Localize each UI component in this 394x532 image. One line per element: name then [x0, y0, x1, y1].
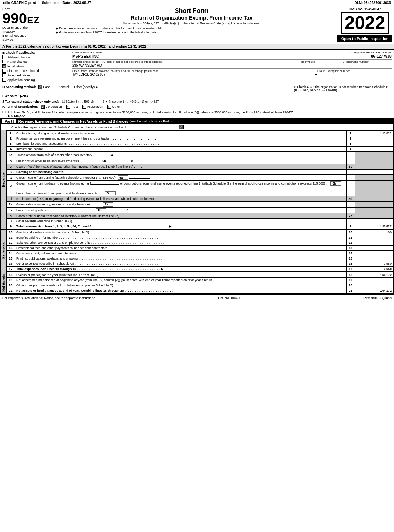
initial-return-item: ✓ Initial return	[2, 64, 68, 68]
row-amount	[355, 235, 393, 240]
open-to-public: Open to Public Inspection	[337, 35, 392, 42]
row-num: 6	[7, 170, 15, 175]
insert-no-field[interactable]	[95, 103, 102, 103]
dln-number: DLN: 93492270013633	[351, 0, 394, 6]
row-amount	[355, 196, 393, 202]
table-row: 12 Salaries, other compensation, and emp…	[7, 240, 393, 246]
row-line: 4	[347, 147, 355, 152]
section-g: G Accounting Method: ✓ Cash Accrual Othe…	[2, 85, 294, 92]
row-num: c	[7, 190, 15, 196]
j-label: J Tax-exempt status (check only one):	[2, 100, 59, 103]
assoc-checkbox[interactable]: ○	[82, 105, 86, 109]
row-amount	[355, 240, 393, 246]
return-title: Return of Organization Exempt From Incom…	[49, 15, 334, 21]
row-line: 9	[347, 224, 355, 229]
row-line: 8	[347, 219, 355, 224]
check-line-dots: . . . . . . . . . . . . . . . . . . . . …	[126, 126, 178, 129]
expenses-table: 10 Grants and similar amounts paid (list…	[6, 230, 393, 272]
website-label: I Website: ▶N/A	[2, 94, 29, 98]
trust-label: Trust	[71, 105, 78, 108]
name-change-checkbox[interactable]	[2, 60, 6, 63]
other-specify-field[interactable]	[100, 88, 156, 88]
initial-return-checkbox[interactable]: ✓	[2, 64, 6, 68]
name-change-item: Name change	[2, 60, 68, 63]
row-amount	[355, 283, 393, 288]
row-amount: 144,172	[355, 272, 393, 278]
table-row: 10 Grants and similar amounts paid (list…	[7, 230, 393, 235]
final-return-checkbox[interactable]	[2, 69, 6, 73]
address-change-checkbox[interactable]	[2, 55, 6, 59]
row-line: 10	[347, 230, 355, 235]
row-desc: Program service revenue including govern…	[15, 136, 347, 141]
ein-block: D Employer identification number 86-1277…	[315, 51, 392, 58]
row-amount: 2,650	[355, 267, 393, 272]
row-desc: Total expenses. Add lines 10 through 16 …	[15, 267, 347, 272]
row-desc: Gross amount from sale of assets other t…	[15, 152, 346, 158]
paperwork-notice: For Paperwork Reduction Act Notice, see …	[2, 296, 96, 300]
row-amount	[355, 246, 393, 251]
form-990ez: efile GRAPHIC print Submission Date - 20…	[0, 0, 394, 301]
table-row: a Gross income from gaming (attach Sched…	[7, 175, 393, 181]
k-label: K Form of organization:	[2, 105, 38, 108]
corp-option: ✓ Corporation	[41, 105, 63, 108]
table-row: b Gross income from fundraising events (…	[7, 181, 393, 190]
row-amount	[355, 190, 393, 196]
row-num: 20	[7, 283, 15, 288]
table-row: 5a Gross amount from sale of assets othe…	[7, 152, 393, 158]
row-line	[347, 208, 355, 213]
row-line: 17	[347, 267, 355, 272]
amended-return-checkbox[interactable]	[2, 73, 6, 77]
accrual-checkbox[interactable]	[54, 85, 58, 89]
form-title-block: Short Form Return of Organization Exempt…	[47, 6, 336, 44]
row-desc: Grants and similar amounts paid (list in…	[15, 230, 347, 235]
row-desc: Professional fees and other payments to …	[15, 246, 347, 251]
org-name-label: C Name of organization	[72, 51, 315, 54]
table-row: 15 Printing, publications, postage, and …	[7, 256, 393, 261]
trust-checkbox[interactable]: ○	[66, 105, 70, 109]
table-row: 21 Net assets or fund balances at end of…	[7, 288, 393, 293]
table-row: d Net income or (loss) from gaming and f…	[7, 196, 393, 202]
part-i-see: (see the instructions for Part I)	[129, 120, 172, 123]
row-line: 2	[347, 136, 355, 141]
row-amount: 100	[355, 230, 393, 235]
row-line	[347, 181, 355, 190]
l-amount: 146,822	[14, 114, 25, 118]
row-line	[347, 158, 355, 164]
assoc-label: Association	[87, 105, 103, 108]
section-k: K Form of organization: ✓ Corporation ○ …	[0, 104, 394, 110]
row-desc: Less: direct expenses from gaming and fu…	[15, 190, 347, 196]
row-desc: Membership dues and assessments . . . . …	[15, 141, 347, 147]
omb-number: OMB No. 1545-0047	[337, 7, 392, 11]
form-label-footer: Form 990-EZ (2022)	[363, 296, 392, 300]
row-num: 2	[7, 136, 15, 141]
section-b-block: B Check if applicable: Address change Na…	[0, 50, 70, 84]
row-line: 3	[347, 141, 355, 147]
row-num: 10	[7, 230, 15, 235]
row-desc: Contributions, gifts, grants, and simila…	[15, 131, 347, 136]
row-amount	[355, 152, 393, 158]
table-row: 13 Professional fees and other payments …	[7, 246, 393, 251]
cash-checkbox[interactable]: ✓	[38, 85, 42, 89]
check-line-checkbox[interactable]: ✓	[179, 125, 184, 129]
table-row: b Less: cost of goods sold . . . . . . .…	[7, 208, 393, 213]
corp-checkbox[interactable]: ✓	[41, 105, 45, 109]
row-num: 4	[7, 147, 15, 152]
table-row: b Less: cost or other basis and sales ex…	[7, 158, 393, 164]
row-num: a	[7, 175, 15, 181]
part-i-title: Revenue, Expenses, and Changes in Net As…	[18, 120, 128, 123]
expenses-side-label: Expenses	[1, 230, 6, 272]
check-line-text: Check if the organization used Schedule …	[11, 126, 126, 129]
cat-no: Cat. No. 10642I	[218, 296, 240, 300]
application-pending-item: Application pending	[2, 78, 68, 82]
room-label: Room/suite	[301, 60, 343, 63]
row-num: 18	[7, 272, 15, 278]
row-num: 3	[7, 141, 15, 147]
table-row: 17 Total expenses. Add lines 10 through …	[7, 267, 393, 272]
row-line: 19	[347, 278, 355, 283]
application-pending-checkbox[interactable]	[2, 78, 6, 82]
row-line: 5c	[347, 164, 355, 170]
other-org-checkbox[interactable]: ○	[107, 105, 111, 109]
group-exemption-block: F Group Exemption Number ▶	[315, 69, 392, 76]
row-line	[347, 152, 355, 158]
table-row: 16 Other expenses (describe in Schedule …	[7, 261, 393, 267]
